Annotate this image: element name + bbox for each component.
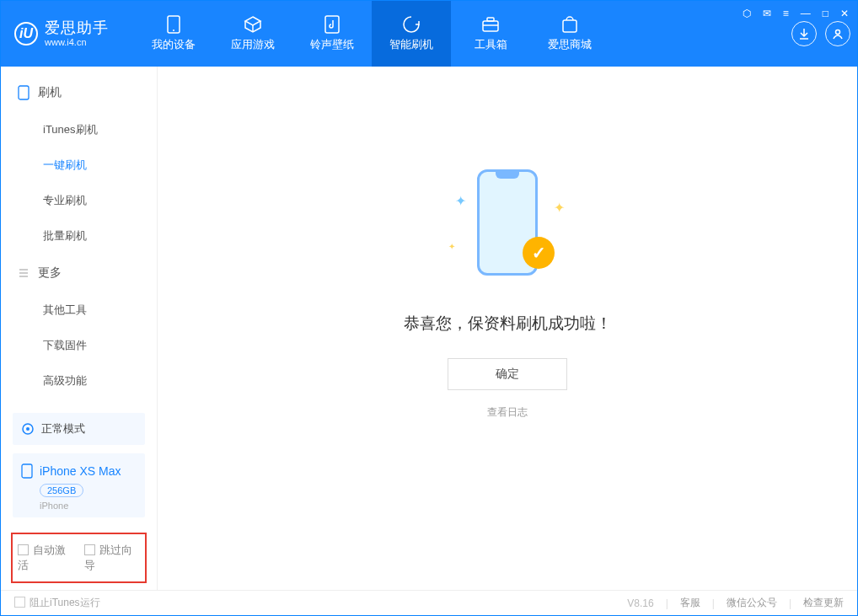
success-message: 恭喜您，保资料刷机成功啦！ (404, 313, 612, 335)
nav-label: 铃声壁纸 (310, 37, 354, 52)
view-log-link[interactable]: 查看日志 (487, 405, 528, 420)
download-button[interactable] (791, 21, 817, 46)
sidebar-item-advanced[interactable]: 高级功能 (1, 363, 157, 399)
sidebar-group-flash: 刷机 (1, 73, 157, 112)
toolbox-icon (481, 15, 500, 34)
svg-rect-16 (22, 464, 32, 478)
ok-button[interactable]: 确定 (448, 358, 567, 390)
wechat-link[interactable]: 微信公众号 (727, 596, 777, 610)
skin-icon[interactable]: ⬡ (741, 6, 753, 21)
nav-toolbox[interactable]: 工具箱 (451, 1, 530, 67)
music-file-icon (323, 15, 341, 34)
svg-rect-4 (325, 16, 339, 33)
checkbox-skip-guide[interactable]: 跳过向导 (84, 543, 141, 573)
device-mode-label: 正常模式 (41, 421, 85, 437)
svg-rect-10 (19, 86, 29, 99)
nav-apps-games[interactable]: 应用游戏 (213, 1, 292, 67)
window-controls: ⬡ ✉ ≡ — □ ✕ (741, 6, 850, 21)
cube-icon (244, 15, 262, 34)
device-name: iPhone XS Max (40, 464, 121, 478)
phone-icon (21, 463, 33, 479)
checkbox-block-itunes[interactable]: 阻止iTunes运行 (14, 596, 100, 610)
close-button[interactable]: ✕ (839, 6, 850, 21)
checkbox-icon (84, 544, 95, 555)
check-badge-icon: ✓ (523, 237, 555, 269)
separator: | (666, 597, 668, 609)
checkbox-icon (14, 597, 25, 608)
header-bar: ⬡ ✉ ≡ — □ ✕ iU 爱思助手 www.i4.cn 我的设备 应用游戏 (1, 1, 857, 67)
svg-point-15 (26, 427, 29, 431)
nav-ringtones-wallpapers[interactable]: 铃声壁纸 (292, 1, 372, 67)
sparkle-icon: ✦ (554, 200, 565, 216)
mode-icon (21, 422, 35, 436)
checkbox-label: 阻止iTunes运行 (29, 597, 100, 608)
checkbox-auto-activate[interactable]: 自动激活 (18, 543, 74, 573)
nav-label: 工具箱 (475, 37, 507, 52)
separator: | (789, 597, 791, 609)
header-right (791, 21, 850, 46)
minimize-button[interactable]: — (799, 6, 812, 21)
nav-smart-flash[interactable]: 智能刷机 (372, 1, 451, 67)
sidebar-group-more: 更多 (1, 254, 157, 292)
sidebar-item-download-firmware[interactable]: 下载固件 (1, 328, 157, 363)
svg-rect-8 (563, 20, 576, 32)
svg-marker-2 (245, 17, 260, 25)
menu-icon[interactable]: ≡ (781, 6, 791, 21)
sidebar-item-pro-flash[interactable]: 专业刷机 (1, 183, 157, 218)
nav-label: 爱思商城 (548, 37, 592, 52)
bag-icon (560, 15, 579, 34)
nav-label: 我的设备 (152, 37, 196, 52)
device-icon (164, 15, 183, 34)
svg-point-1 (173, 29, 174, 31)
nav-label: 应用游戏 (231, 37, 275, 52)
app-subtitle: www.i4.cn (45, 37, 109, 47)
success-illustration: ✦ ✦ ✦ ✓ (448, 169, 566, 287)
body: 刷机 iTunes刷机 一键刷机 专业刷机 批量刷机 更多 其他工具 下载固件 … (1, 67, 857, 590)
sidebar-group-label: 刷机 (38, 85, 62, 100)
logo-icon: iU (14, 22, 38, 46)
version-label: V8.16 (627, 597, 653, 609)
feedback-icon[interactable]: ✉ (761, 6, 773, 21)
main-panel: ✦ ✦ ✦ ✓ 恭喜您，保资料刷机成功啦！ 确定 查看日志 (158, 67, 857, 590)
maximize-button[interactable]: □ (821, 6, 830, 21)
sidebar-item-one-click-flash[interactable]: 一键刷机 (1, 147, 157, 183)
phone-icon (18, 85, 29, 100)
svg-point-9 (836, 30, 840, 35)
account-button[interactable] (825, 21, 850, 46)
options-highlight: 自动激活 跳过向导 (11, 533, 147, 583)
footer-bar: 阻止iTunes运行 V8.16 | 客服 | 微信公众号 | 检查更新 (1, 590, 857, 615)
check-update-link[interactable]: 检查更新 (803, 596, 844, 610)
refresh-shield-icon (402, 15, 421, 34)
device-type: iPhone (40, 501, 137, 511)
list-icon (18, 267, 29, 279)
device-mode-box[interactable]: 正常模式 (13, 413, 145, 445)
sidebar-item-other-tools[interactable]: 其他工具 (1, 292, 157, 328)
sidebar-item-itunes-flash[interactable]: iTunes刷机 (1, 112, 157, 147)
nav-my-device[interactable]: 我的设备 (134, 1, 213, 67)
sparkle-icon: ✦ (455, 193, 466, 209)
sidebar-group-label: 更多 (38, 265, 62, 281)
svg-rect-6 (487, 18, 494, 21)
sidebar-item-batch-flash[interactable]: 批量刷机 (1, 218, 157, 254)
sparkle-icon: ✦ (448, 242, 455, 251)
device-panel[interactable]: iPhone XS Max 256GB iPhone (13, 453, 145, 517)
support-link[interactable]: 客服 (680, 596, 700, 610)
nav-store[interactable]: 爱思商城 (530, 1, 609, 67)
checkbox-icon (18, 544, 29, 555)
top-nav: 我的设备 应用游戏 铃声壁纸 智能刷机 工具箱 (134, 1, 609, 67)
nav-label: 智能刷机 (389, 37, 433, 52)
separator: | (712, 597, 715, 609)
sidebar: 刷机 iTunes刷机 一键刷机 专业刷机 批量刷机 更多 其他工具 下载固件 … (1, 67, 158, 590)
device-capacity: 256GB (40, 484, 83, 497)
app-logo: iU 爱思助手 www.i4.cn (14, 20, 109, 47)
app-title: 爱思助手 (45, 20, 109, 37)
svg-rect-5 (483, 21, 498, 31)
